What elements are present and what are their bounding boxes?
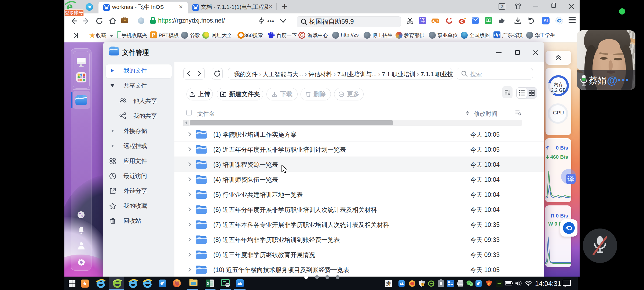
- svg-text:X: X: [207, 281, 210, 286]
- svg-text:!: !: [422, 283, 423, 286]
